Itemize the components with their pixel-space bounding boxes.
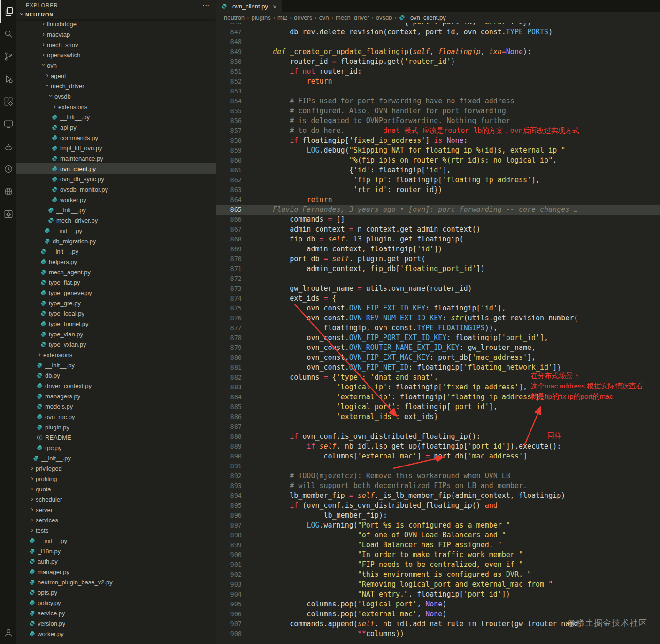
breadcrumb-item-ml2[interactable]: ml2 xyxy=(277,14,287,21)
tree-file-_i18n.py[interactable]: _i18n.py xyxy=(16,546,216,556)
code-line-879[interactable]: 879 ovn_const.OVN_ROUTER_NAME_EXT_ID_KEY… xyxy=(216,343,660,353)
line-number[interactable]: 846 xyxy=(216,23,242,27)
tree-file-ovo_rpc.py[interactable]: ovo_rpc.py xyxy=(16,411,216,422)
code-line-874[interactable]: 874 ext_ids = { xyxy=(216,294,660,303)
code-line-869[interactable]: 869 admin_context, floatingip['id']) xyxy=(216,244,660,254)
tree-file-__init__.py[interactable]: __init__.py xyxy=(16,360,216,370)
line-number[interactable]: 871 xyxy=(216,264,242,274)
line-number[interactable]: 849 xyxy=(216,47,242,57)
line-number[interactable]: 896 xyxy=(216,511,242,520)
tree-file-type_gre.py[interactable]: type_gre.py xyxy=(16,298,216,308)
tree-file-mech_driver.py[interactable]: mech_driver.py xyxy=(16,215,216,225)
breadcrumb-item-ovn[interactable]: ovn xyxy=(319,14,329,21)
code-line-871[interactable]: 871 admin_context, fip_db['floating_port… xyxy=(216,264,660,274)
tree-file-__init__.py[interactable]: __init__.py xyxy=(16,246,216,256)
tree-file-type_tunnel.py[interactable]: type_tunnel.py xyxy=(16,318,216,329)
extensions-icon[interactable] xyxy=(0,90,16,113)
explorer-icon[interactable] xyxy=(0,0,16,23)
line-number[interactable]: 866 xyxy=(216,215,242,225)
code-line-859[interactable]: 859 LOG.debug("Skipping NAT for floating… xyxy=(216,146,660,155)
code-line-850[interactable]: 850 router_id = floatingip.get('router_i… xyxy=(216,57,660,67)
code-line-880[interactable]: 880 ovn_const.OVN_FIP_EXT_MAC_KEY: port_… xyxy=(216,353,660,363)
tree-file-mech_agent.py[interactable]: mech_agent.py xyxy=(16,267,216,277)
tree-file-policy.py[interactable]: policy.py xyxy=(16,597,216,608)
tree-file-neutron_plugin_base_v2.py[interactable]: neutron_plugin_base_v2.py xyxy=(16,577,216,587)
code-line-864[interactable]: 864 return xyxy=(216,195,660,205)
code-line-906[interactable]: 906 columns.pop('external_mac', None) xyxy=(216,609,660,619)
line-number[interactable]: 851 xyxy=(216,67,242,77)
line-number[interactable]: 863 xyxy=(216,185,242,195)
line-number[interactable]: 900 xyxy=(216,550,242,560)
code-line-863[interactable]: 863 'rtr_id': router_id}) xyxy=(216,185,660,195)
more-actions-icon[interactable]: ⋯ xyxy=(202,1,209,9)
code-line-892[interactable]: 892 # TODO(mjozefcz): Remove this workar… xyxy=(216,471,660,481)
line-number[interactable]: 887 xyxy=(216,422,242,432)
line-number[interactable]: 870 xyxy=(216,254,242,264)
code-line-888[interactable]: 888 if ovn_conf.is_ovn_distributed_float… xyxy=(216,432,660,442)
code-line-876[interactable]: 876 ovn_const.OVN_REV_NUM_EXT_ID_KEY: st… xyxy=(216,313,660,323)
search-icon[interactable] xyxy=(0,23,16,45)
line-number[interactable]: 885 xyxy=(216,402,242,412)
github-icon[interactable] xyxy=(0,180,16,203)
source-control-icon[interactable] xyxy=(0,45,16,68)
tree-folder-tests[interactable]: ›tests xyxy=(16,525,216,535)
tree-file-models.py[interactable]: models.py xyxy=(16,401,216,411)
line-number[interactable]: 899 xyxy=(216,540,242,550)
tree-file-driver_context.py[interactable]: driver_context.py xyxy=(16,380,216,391)
code-line-855[interactable]: 855 # configured. Also, OVN handler for … xyxy=(216,106,660,116)
line-number[interactable]: 905 xyxy=(216,599,242,609)
code-line-875[interactable]: 875 ovn_const.OVN_FIP_EXT_ID_KEY: floati… xyxy=(216,303,660,313)
line-number[interactable]: 856 xyxy=(216,116,242,126)
tree-file-opts.py[interactable]: opts.py xyxy=(16,587,216,597)
tree-folder-server[interactable]: ›server xyxy=(16,504,216,515)
line-number[interactable]: 872 xyxy=(216,274,242,284)
tree-file-helpers.py[interactable]: helpers.py xyxy=(16,256,216,267)
breadcrumb-item-ovsdb[interactable]: ovsdb xyxy=(376,14,392,21)
tree-folder-mech_sriov[interactable]: ›mech_sriov xyxy=(16,39,216,50)
line-number[interactable]: 852 xyxy=(216,77,242,86)
code-line-891[interactable]: 891 xyxy=(216,461,660,471)
tree-file-__init__.py[interactable]: __init__.py xyxy=(16,535,216,546)
tree-file-manager.py[interactable]: manager.py xyxy=(16,566,216,577)
code-line-907[interactable]: 907 commands.append(self._nb_idl.add_nat… xyxy=(216,619,660,629)
code-line-900[interactable]: 900 "In order to make traffic work membe… xyxy=(216,550,660,560)
code-line-868[interactable]: 868 fip_db = self._l3_plugin._get_floati… xyxy=(216,234,660,244)
tree-folder-macvtap[interactable]: ›macvtap xyxy=(16,29,216,39)
code-line-883[interactable]: 883 'logical_ip': floatingip['fixed_ip_a… xyxy=(216,382,660,392)
tree-file-type_local.py[interactable]: type_local.py xyxy=(16,308,216,318)
line-number[interactable]: 847 xyxy=(216,27,242,37)
line-number[interactable]: 859 xyxy=(216,146,242,155)
tree-file-maintenance.py[interactable]: maintenance.py xyxy=(16,153,216,163)
line-number[interactable]: 898 xyxy=(216,530,242,540)
close-icon[interactable]: × xyxy=(273,2,277,10)
tree-folder-extensions[interactable]: ›extensions xyxy=(16,349,216,360)
tree-folder-ovn[interactable]: ›ovn xyxy=(16,60,216,70)
line-number[interactable]: 855 xyxy=(216,106,242,116)
line-number[interactable]: 902 xyxy=(216,570,242,580)
code-line-890[interactable]: 890 columns['external_mac'] = port_db['m… xyxy=(216,451,660,461)
line-number[interactable]: 889 xyxy=(216,442,242,451)
code-line-852[interactable]: 852 return xyxy=(216,77,660,86)
code-line-853[interactable]: 853 xyxy=(216,86,660,96)
code-line-866[interactable]: 866 commands = [] xyxy=(216,215,660,225)
code-line-867[interactable]: 867 admin_context = n_context.get_admin_… xyxy=(216,225,660,234)
line-number[interactable]: 858 xyxy=(216,136,242,146)
line-number[interactable]: 875 xyxy=(216,303,242,313)
timeline-icon[interactable] xyxy=(0,158,16,180)
code-line-872[interactable]: 872 xyxy=(216,274,660,284)
tree-file-managers.py[interactable]: managers.py xyxy=(16,391,216,401)
line-number[interactable]: 865 xyxy=(216,205,242,215)
line-number[interactable]: 864 xyxy=(216,195,242,205)
line-number[interactable]: 873 xyxy=(216,284,242,294)
code-line-877[interactable]: 877 floatingip, ovn_const.TYPE_FLOATINGI… xyxy=(216,323,660,333)
line-number[interactable]: 881 xyxy=(216,363,242,372)
tree-folder-ovsdb[interactable]: ›ovsdb xyxy=(16,91,216,101)
tree-file-type_vlan.py[interactable]: type_vlan.py xyxy=(16,329,216,339)
tree-folder-quota[interactable]: ›quota xyxy=(16,484,216,494)
tree-file-worker.py[interactable]: worker.py xyxy=(16,628,216,639)
code-line-886[interactable]: 886 'external_ids': ext_ids} xyxy=(216,412,660,422)
code-line-856[interactable]: 856 # is delegated to OVNPortForwarding.… xyxy=(216,116,660,126)
code-line-881[interactable]: 881 ovn_const.OVN_FIP_NET_ID: floatingip… xyxy=(216,363,660,372)
code-line-904[interactable]: 904 "NAT entry.", floatingip['port_id']) xyxy=(216,590,660,599)
tree-file-README[interactable]: README xyxy=(16,432,216,442)
